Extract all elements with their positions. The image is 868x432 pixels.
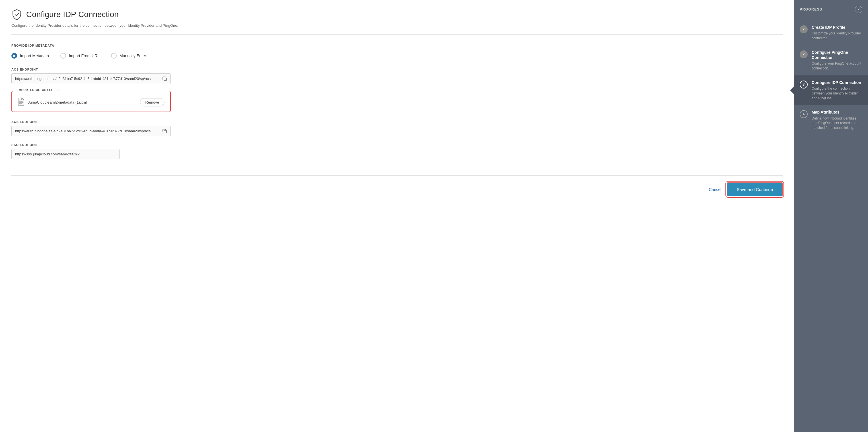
metadata-file-name: JumpCloud-saml2-metadata (1).xml (28, 100, 136, 104)
step-3-circle: 3 (800, 81, 808, 89)
metadata-file-row: JumpCloud-saml2-metadata (1).xml Remove (18, 98, 164, 107)
sidebar-close-button[interactable]: × (855, 6, 862, 13)
step-4-circle: 4 (800, 110, 808, 118)
radio-import-url[interactable]: Import From URL (60, 53, 100, 59)
cancel-button[interactable]: Cancel (709, 187, 721, 192)
step-3-content: Configure IDP Connection Configure the c… (812, 80, 862, 101)
step-1-circle: ✓ (800, 25, 808, 33)
acs-endpoint-copy-btn-top[interactable] (159, 74, 170, 83)
step-4-name: Map Attributes (812, 110, 862, 115)
step-configure-pingone[interactable]: ✓ Configure PingOne Connection Configure… (794, 45, 868, 75)
metadata-radio-group: Import Metadata Import From URL Manually… (11, 53, 783, 59)
step-2-content: Configure PingOne Connection Configure y… (812, 50, 862, 71)
page-header: Configure IDP Connection (11, 9, 783, 20)
sidebar-progress: PROGRESS × ✓ Create IDP Profile Customiz… (794, 0, 868, 432)
radio-import-url-circle[interactable] (60, 53, 66, 59)
metadata-section-label: PROVIDE IDP METADATA (11, 44, 783, 47)
step-3-desc: Configure the connection between your Id… (812, 86, 862, 100)
acs-endpoint-copy-btn-bottom[interactable] (159, 127, 170, 136)
sso-endpoint-input[interactable] (11, 149, 120, 159)
file-icon (18, 98, 25, 107)
step-map-attributes[interactable]: 4 Map Attributes Define how inbound iden… (794, 105, 868, 135)
radio-import-metadata-circle[interactable] (11, 53, 17, 59)
acs-endpoint-input-wrapper-bottom (11, 126, 171, 136)
step-create-idp-profile[interactable]: ✓ Create IDP Profile Customize your Iden… (794, 20, 868, 45)
svg-rect-0 (164, 78, 166, 81)
radio-manually-enter-circle[interactable] (111, 53, 117, 59)
acs-endpoint-input-wrapper-top (11, 73, 171, 84)
page-title: Configure IDP Connection (26, 10, 119, 19)
save-continue-button[interactable]: Save and Continue (727, 182, 783, 196)
radio-import-url-label: Import From URL (69, 54, 100, 58)
step-4-content: Map Attributes Define how inbound identi… (812, 110, 862, 130)
acs-endpoint-input-top[interactable] (12, 74, 159, 84)
radio-manually-enter[interactable]: Manually Enter (111, 53, 146, 59)
radio-import-metadata-label: Import Metadata (20, 54, 49, 58)
acs-endpoint-input-bottom[interactable] (12, 126, 159, 136)
main-content: Configure IDP Connection Configure the I… (0, 0, 794, 432)
sidebar-title: PROGRESS (800, 7, 823, 11)
step-configure-idp[interactable]: 3 Configure IDP Connection Configure the… (794, 75, 868, 105)
page-subtitle: Configure the Identity Provider details … (11, 23, 783, 28)
imported-metadata-box: IMPORTED METADATA FILE JumpCloud-saml2-m… (11, 91, 171, 112)
step-1-name: Create IDP Profile (812, 25, 862, 30)
step-4-desc: Define how inbound identities and PingOn… (812, 116, 862, 130)
acs-endpoint-label-bottom: ACS ENDPOINT (11, 120, 783, 124)
bottom-divider (11, 175, 783, 176)
radio-import-metadata[interactable]: Import Metadata (11, 53, 49, 59)
section-divider (11, 34, 783, 35)
radio-manually-enter-label: Manually Enter (120, 54, 146, 58)
step-2-name: Configure PingOne Connection (812, 50, 862, 60)
acs-endpoint-field-bottom: ACS ENDPOINT (11, 120, 783, 136)
sso-endpoint-field: SSO ENDPOINT (11, 143, 783, 159)
acs-endpoint-field-top: ACS ENDPOINT (11, 68, 783, 84)
remove-file-button[interactable]: Remove (140, 98, 164, 106)
sidebar-header: PROGRESS × (794, 0, 868, 18)
shield-icon (11, 9, 22, 20)
sso-endpoint-label: SSO ENDPOINT (11, 143, 783, 147)
acs-endpoint-label-top: ACS ENDPOINT (11, 68, 783, 71)
imported-metadata-label: IMPORTED METADATA FILE (16, 89, 62, 92)
step-3-name: Configure IDP Connection (812, 80, 862, 85)
actions-row: Cancel Save and Continue (11, 182, 783, 196)
step-2-circle: ✓ (800, 50, 808, 58)
step-3-arrow (790, 86, 794, 94)
step-2-desc: Configure your PingOne account connectio… (812, 61, 862, 71)
progress-steps: ✓ Create IDP Profile Customize your Iden… (794, 18, 868, 432)
step-1-desc: Customize your Identity Provider connect… (812, 31, 862, 41)
svg-rect-4 (164, 130, 166, 133)
step-1-content: Create IDP Profile Customize your Identi… (812, 25, 862, 41)
